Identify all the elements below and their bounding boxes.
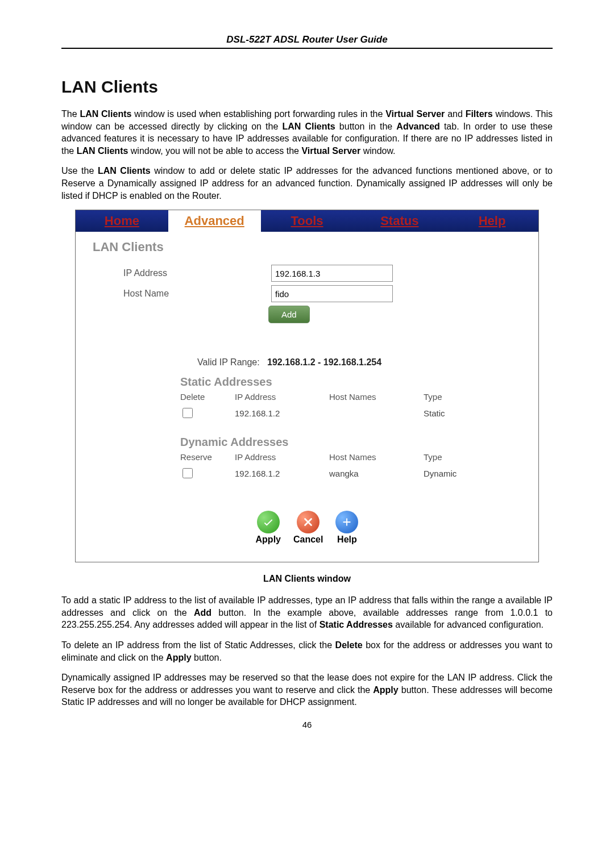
bold: Virtual Server — [301, 146, 360, 156]
apply-button[interactable]: Apply — [256, 511, 281, 545]
table-header-row: Delete IP Address Host Names Type — [180, 390, 489, 404]
reserve-checkbox[interactable] — [182, 468, 193, 478]
col-ip: IP Address — [235, 390, 329, 404]
instructions-delete: To delete an IP address from the list of… — [61, 639, 553, 663]
action-row: Apply Cancel Help — [89, 511, 525, 545]
cell-host — [329, 404, 424, 422]
tab-home[interactable]: Home — [76, 210, 168, 232]
add-button[interactable]: Add — [268, 306, 310, 323]
bold: Advanced — [396, 122, 439, 131]
cancel-button[interactable]: Cancel — [293, 511, 323, 545]
range-to: 192.168.1.254 — [323, 357, 381, 367]
cell-type: Dynamic — [424, 464, 489, 482]
text: available for advanced configuration. — [393, 620, 544, 629]
col-reserve: Reserve — [180, 450, 235, 464]
bold: LAN Clients — [282, 122, 335, 131]
table-header-row: Reserve IP Address Host Names Type — [180, 450, 489, 464]
instructions-reserve: Dynamically assigned IP addresses may be… — [61, 671, 553, 708]
bold: LAN Clients — [98, 166, 151, 176]
col-ip: IP Address — [235, 450, 329, 464]
instructions-add: To add a static IP address to the list o… — [61, 594, 553, 631]
range-from: 192.168.1.2 — [267, 357, 316, 367]
help-label: Help — [337, 535, 357, 545]
bold: LAN Clients — [80, 109, 131, 119]
text: Use the — [61, 166, 98, 176]
tab-advanced[interactable]: Advanced — [168, 210, 261, 232]
bold: Static Addresses — [320, 620, 393, 629]
static-addresses-table: Delete IP Address Host Names Type 192.16… — [180, 390, 489, 422]
intro-paragraph-1: The LAN Clients window is used when esta… — [61, 108, 553, 157]
bold: Delete — [335, 640, 363, 650]
ip-address-label: IP Address — [89, 268, 271, 278]
bold: Filters — [466, 109, 493, 119]
check-icon — [257, 511, 280, 533]
col-type: Type — [424, 390, 489, 404]
text: button in the — [335, 122, 397, 131]
bold: LAN Clients — [77, 146, 128, 156]
tab-help[interactable]: Help — [446, 210, 538, 232]
cell-ip: 192.168.1.2 — [235, 404, 329, 422]
help-button[interactable]: Help — [335, 511, 358, 545]
header-rule — [61, 48, 553, 49]
apply-label: Apply — [256, 535, 281, 545]
table-row: 192.168.1.2 wangka Dynamic — [180, 464, 489, 482]
text: button. — [192, 653, 222, 662]
delete-checkbox[interactable] — [182, 408, 193, 418]
bold: Virtual Server — [385, 109, 445, 119]
text: window is used when establishing port fo… — [131, 109, 385, 119]
main-nav: Home Advanced Tools Status Help — [76, 210, 538, 232]
host-name-label: Host Name — [89, 289, 271, 299]
figure-caption: LAN Clients window — [61, 574, 553, 584]
dynamic-addresses-title: Dynamic Addresses — [180, 436, 525, 449]
host-name-input[interactable] — [271, 285, 393, 302]
ip-address-input[interactable] — [271, 265, 393, 282]
text: and — [445, 109, 465, 119]
table-row: 192.168.1.2 Static — [180, 404, 489, 422]
text: window, you will not be able to access t… — [128, 146, 301, 156]
router-admin-screenshot: Home Advanced Tools Status Help LAN Clie… — [75, 210, 539, 562]
col-hostnames: Host Names — [329, 390, 424, 404]
range-sep: - — [316, 357, 323, 367]
col-delete: Delete — [180, 390, 235, 404]
cell-host: wangka — [329, 464, 424, 482]
col-type: Type — [424, 450, 489, 464]
page-number: 46 — [61, 720, 553, 729]
plus-icon — [335, 511, 358, 533]
cell-type: Static — [424, 404, 489, 422]
x-icon — [297, 511, 320, 533]
text: The — [61, 109, 80, 119]
bold: Add — [194, 608, 211, 617]
bold: Apply — [166, 653, 191, 662]
tab-tools[interactable]: Tools — [261, 210, 354, 232]
text: To delete an IP address from the list of… — [61, 640, 335, 650]
section-heading: LAN Clients — [61, 77, 553, 97]
valid-ip-range: Valid IP Range: 192.168.1.2 - 192.168.1.… — [197, 357, 525, 368]
range-label: Valid IP Range: — [197, 357, 260, 367]
tab-status[interactable]: Status — [353, 210, 446, 232]
static-addresses-title: Static Addresses — [180, 375, 525, 389]
cancel-label: Cancel — [293, 535, 323, 545]
doc-header-title: DSL-522T ADSL Router User Guide — [61, 34, 553, 45]
intro-paragraph-2: Use the LAN Clients window to add or del… — [61, 165, 553, 202]
text: window. — [360, 146, 395, 156]
page-title: LAN Clients — [93, 240, 525, 254]
cell-ip: 192.168.1.2 — [235, 464, 329, 482]
bold: Apply — [373, 685, 398, 695]
col-hostnames: Host Names — [329, 450, 424, 464]
dynamic-addresses-table: Reserve IP Address Host Names Type 192.1… — [180, 450, 489, 482]
